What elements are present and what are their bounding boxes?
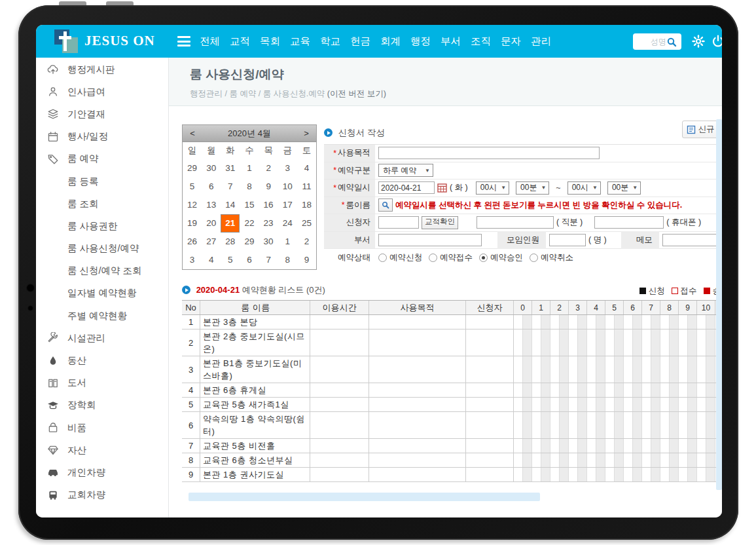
time-slot-cell[interactable] xyxy=(532,315,541,329)
time-slot-cell[interactable] xyxy=(596,398,605,411)
from-hour-select[interactable]: 00시▼ xyxy=(476,181,509,195)
time-slot-cell[interactable] xyxy=(514,383,523,397)
time-slot-cell[interactable] xyxy=(550,412,560,438)
time-slot-cell[interactable] xyxy=(532,468,541,481)
horizontal-scrollbar[interactable] xyxy=(189,493,540,501)
time-slot-cell[interactable] xyxy=(596,329,605,356)
time-slot-cell[interactable] xyxy=(569,329,578,356)
sidebar-item-8[interactable]: 룸 사용신청/예약 xyxy=(36,238,168,260)
time-slot-cell[interactable] xyxy=(550,356,560,383)
time-slot-cell[interactable] xyxy=(642,329,651,356)
time-slot-cell[interactable] xyxy=(569,468,578,481)
time-slot-cell[interactable] xyxy=(688,383,697,397)
time-slot-cell[interactable] xyxy=(596,356,605,383)
sidebar-item-10[interactable]: 일자별 예약현황 xyxy=(36,282,168,305)
time-slot-cell[interactable] xyxy=(578,439,587,453)
time-slot-cell[interactable] xyxy=(514,453,523,467)
time-slot-cell[interactable] xyxy=(532,383,541,397)
calendar-day[interactable]: 2 xyxy=(297,233,316,251)
calendar-day[interactable]: 20 xyxy=(202,214,221,233)
calendar-day[interactable]: 19 xyxy=(183,214,202,233)
time-slot-cell[interactable] xyxy=(605,439,615,453)
time-slot-cell[interactable] xyxy=(651,468,660,481)
time-slot-cell[interactable] xyxy=(670,329,679,356)
sidebar-item-1[interactable]: 인사급여 xyxy=(36,81,168,103)
calendar-day[interactable]: 14 xyxy=(221,196,240,214)
time-slot-cell[interactable] xyxy=(679,315,688,329)
time-slot-cell[interactable] xyxy=(633,329,642,356)
app-logo-text[interactable]: JESUS ON xyxy=(84,33,155,49)
time-slot-cell[interactable] xyxy=(651,398,660,411)
applicant-name-input[interactable] xyxy=(378,216,419,229)
sidebar-item-6[interactable]: 룸 조회 xyxy=(36,193,168,215)
calendar-day[interactable]: 4 xyxy=(297,159,316,178)
time-slot-cell[interactable] xyxy=(660,439,670,453)
time-slot-cell[interactable] xyxy=(569,356,578,383)
time-slot-cell[interactable] xyxy=(587,398,596,411)
calendar-day[interactable]: 16 xyxy=(259,196,278,214)
time-slot-cell[interactable] xyxy=(550,315,560,329)
calendar-day[interactable]: 9 xyxy=(297,251,316,269)
time-slot-cell[interactable] xyxy=(688,468,697,481)
time-slot-cell[interactable] xyxy=(541,356,550,383)
search-icon[interactable] xyxy=(666,37,677,47)
time-slot-cell[interactable] xyxy=(651,412,660,438)
time-slot-cell[interactable] xyxy=(651,439,660,453)
time-slot-cell[interactable] xyxy=(642,356,651,383)
time-slot-cell[interactable] xyxy=(578,356,587,383)
calendar-day[interactable]: 6 xyxy=(202,178,221,196)
time-slot-cell[interactable] xyxy=(560,329,569,356)
time-slot-cell[interactable] xyxy=(541,315,550,329)
calendar-day[interactable]: 23 xyxy=(259,214,278,233)
time-slot-cell[interactable] xyxy=(587,439,596,453)
time-slot-cell[interactable] xyxy=(541,439,550,453)
time-slot-cell[interactable] xyxy=(514,398,523,411)
sidebar-item-4[interactable]: 룸 예약 xyxy=(36,148,168,170)
sidebar-item-2[interactable]: 기안결재 xyxy=(36,103,168,125)
time-slot-cell[interactable] xyxy=(633,439,642,453)
time-slot-cell[interactable] xyxy=(560,468,569,481)
calendar-day[interactable]: 29 xyxy=(240,233,259,251)
time-slot-cell[interactable] xyxy=(670,383,679,397)
reservation-type-select[interactable]: 하루 예약▼ xyxy=(378,164,433,177)
time-slot-cell[interactable] xyxy=(560,412,569,438)
time-slot-cell[interactable] xyxy=(596,412,605,438)
time-slot-cell[interactable] xyxy=(670,439,679,453)
time-slot-cell[interactable] xyxy=(697,329,706,356)
time-slot-cell[interactable] xyxy=(706,329,715,356)
memo-input[interactable] xyxy=(662,234,722,246)
time-slot-cell[interactable] xyxy=(706,468,715,481)
calendar-next-button[interactable]: > xyxy=(302,128,311,138)
time-slot-cell[interactable] xyxy=(670,315,679,329)
app-logo-icon[interactable] xyxy=(54,29,78,53)
time-slot-cell[interactable] xyxy=(587,329,596,356)
time-slot-cell[interactable] xyxy=(651,356,660,383)
time-slot-cell[interactable] xyxy=(550,439,560,453)
time-slot-cell[interactable] xyxy=(578,468,587,481)
to-hour-select[interactable]: 00시▼ xyxy=(567,181,601,195)
time-slot-cell[interactable] xyxy=(679,383,688,397)
time-slot-cell[interactable] xyxy=(697,412,706,438)
from-minute-select[interactable]: 00분▼ xyxy=(516,181,549,195)
time-slot-cell[interactable] xyxy=(541,412,550,438)
time-slot-cell[interactable] xyxy=(642,412,651,438)
applicant-phone-input[interactable] xyxy=(594,216,664,229)
time-slot-cell[interactable] xyxy=(633,383,642,397)
time-slot-cell[interactable] xyxy=(706,439,715,453)
time-slot-cell[interactable] xyxy=(605,412,615,438)
calendar-day[interactable]: 3 xyxy=(278,159,297,178)
time-slot-cell[interactable] xyxy=(706,356,715,383)
time-slot-cell[interactable] xyxy=(615,412,624,438)
time-slot-cell[interactable] xyxy=(679,356,688,383)
time-slot-cell[interactable] xyxy=(578,315,587,329)
time-slot-cell[interactable] xyxy=(615,315,624,329)
time-slot-cell[interactable] xyxy=(596,453,605,467)
calendar-day[interactable]: 6 xyxy=(240,251,259,269)
time-slot-cell[interactable] xyxy=(523,439,532,453)
sidebar-item-7[interactable]: 룸 사용권한 xyxy=(36,215,168,237)
name-search-box[interactable] xyxy=(633,33,681,50)
calendar-day[interactable]: 1 xyxy=(240,159,259,178)
time-slot-cell[interactable] xyxy=(578,412,587,438)
time-slot-cell[interactable] xyxy=(532,439,541,453)
nav-item-4[interactable]: 학교 xyxy=(320,35,340,48)
